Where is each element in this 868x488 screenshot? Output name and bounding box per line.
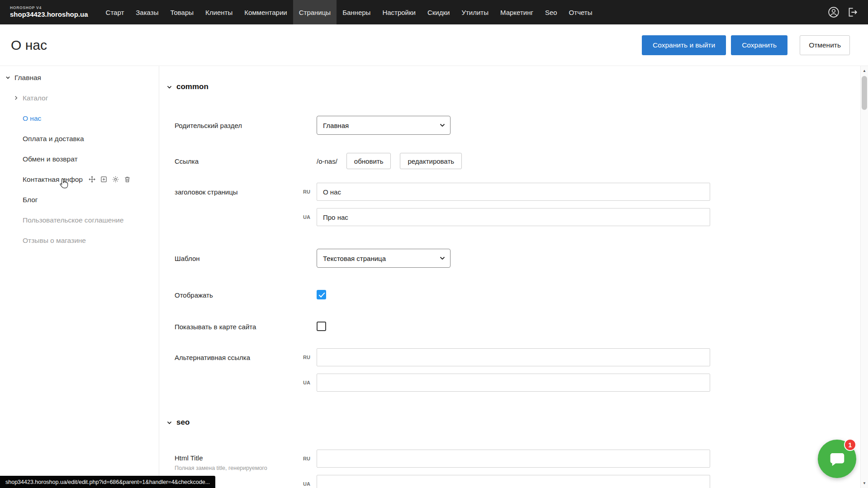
field-label: заголовок страницы — [175, 188, 238, 196]
chat-launcher-button[interactable]: 1 — [818, 440, 856, 478]
field-hint: Полная замена title, генерируемого — [175, 465, 267, 471]
section-common-header[interactable]: common — [166, 82, 209, 91]
sidebar-item-label: Оплата и доставка — [23, 135, 84, 143]
nav-item-orders[interactable]: Заказы — [130, 0, 164, 24]
pages-tree-sidebar: Главная Каталог О нас Оплата и доставка … — [0, 66, 159, 488]
top-navigation-bar: HOROSHOP V4 shop34423.horoshop.ua Старт … — [0, 0, 868, 24]
section-title: seo — [176, 418, 190, 427]
sidebar-item-user-agreement[interactable]: Пользовательское соглашение — [0, 210, 159, 230]
gear-icon[interactable] — [112, 175, 119, 183]
scrollbar-thumb[interactable] — [862, 76, 867, 110]
chevron-down-icon — [166, 420, 172, 426]
html-title-ru-input[interactable] — [317, 450, 710, 468]
chevron-right-icon[interactable] — [13, 95, 19, 101]
scroll-up-button[interactable]: ▲ — [861, 67, 868, 75]
cancel-button[interactable]: Отменить — [800, 35, 850, 55]
field-label: Html Title Полная замена title, генериру… — [175, 454, 267, 471]
alt-link-ua-input[interactable] — [317, 374, 710, 392]
field-label: Альтернативная ссылка — [175, 354, 250, 361]
sidebar-item-exchange-return[interactable]: Обмен и возврат — [0, 149, 159, 169]
scroll-down-button[interactable]: ▼ — [861, 479, 868, 487]
add-page-icon[interactable] — [100, 175, 108, 183]
lang-badge-ru: RU — [299, 355, 314, 360]
app-logo[interactable]: HOROSHOP V4 shop34423.horoshop.ua — [0, 6, 95, 18]
form-row-page-title-ru: заголовок страницы RU — [159, 183, 860, 201]
form-row-html-title-ua: UA — [159, 475, 860, 488]
horoshop-admin-page: HOROSHOP V4 shop34423.horoshop.ua Старт … — [0, 0, 868, 488]
move-icon[interactable] — [88, 175, 96, 183]
lang-badge-ua: UA — [299, 214, 314, 220]
display-checkbox[interactable] — [317, 290, 326, 299]
page-title: О нас — [11, 38, 47, 53]
vertical-scrollbar[interactable]: ▲ ▼ — [860, 66, 868, 488]
sidebar-item-payment-delivery[interactable]: Оплата и доставка — [0, 128, 159, 149]
account-icon[interactable] — [828, 6, 840, 18]
save-exit-button[interactable]: Сохранить и выйти — [642, 35, 726, 55]
form-row-page-title-ua: UA — [159, 208, 860, 226]
logo-version-label: HOROSHOP V4 — [10, 6, 88, 10]
select-value: Текстовая страница — [323, 255, 386, 262]
sidebar-item-label: Пользовательское соглашение — [23, 216, 123, 224]
form-row-html-title-ru: Html Title Полная замена title, генериру… — [159, 450, 860, 468]
template-select[interactable]: Текстовая страница — [317, 249, 451, 268]
sidebar-item-about[interactable]: О нас — [0, 108, 159, 128]
logout-icon[interactable] — [846, 6, 858, 18]
field-label: Отображать — [175, 291, 213, 299]
field-label: Родительский раздел — [175, 122, 242, 129]
trash-icon[interactable] — [123, 175, 131, 183]
chevron-down-icon[interactable] — [5, 74, 11, 81]
sidebar-item-label: Обмен и возврат — [23, 155, 78, 163]
section-seo-header[interactable]: seo — [166, 418, 190, 427]
form-row-alt-link-ru: Альтернативная ссылка RU — [159, 348, 860, 366]
select-value: Главная — [323, 122, 349, 129]
form-row-sitemap: Показывать в карте сайта — [159, 322, 860, 332]
nav-item-seo[interactable]: Seo — [539, 0, 563, 24]
nav-item-marketing[interactable]: Маркетинг — [494, 0, 539, 24]
nav-item-banners[interactable]: Баннеры — [337, 0, 376, 24]
form-row-alt-link-ua: UA — [159, 374, 860, 392]
status-bar-url: shop34423.horoshop.ua/edit/edit.php?id=6… — [0, 476, 215, 488]
topbar-right-controls — [828, 6, 868, 18]
chevron-down-icon — [440, 123, 445, 127]
save-button[interactable]: Сохранить — [731, 35, 787, 55]
field-label: Показывать в карте сайта — [175, 323, 256, 331]
sidebar-item-contact-info[interactable]: Контактная инфор — [0, 169, 159, 190]
sidebar-item-label: Главная — [14, 74, 41, 82]
chat-icon — [828, 450, 846, 468]
chevron-down-icon — [166, 84, 172, 90]
sidebar-item-catalog[interactable]: Каталог — [0, 88, 159, 108]
lang-badge-ua: UA — [299, 481, 314, 487]
nav-item-utilities[interactable]: Утилиты — [455, 0, 494, 24]
lang-badge-ru: RU — [299, 189, 314, 194]
sidebar-item-store-reviews[interactable]: Отзывы о магазине — [0, 230, 159, 251]
nav-item-clients[interactable]: Клиенты — [199, 0, 238, 24]
nav-item-start[interactable]: Старт — [100, 0, 130, 24]
alt-link-ru-input[interactable] — [317, 348, 710, 366]
sidebar-item-label: О нас — [23, 114, 41, 123]
link-path: /o-nas/ — [317, 157, 337, 165]
form-row-parent-section: Родительский раздел Главная — [159, 116, 860, 135]
nav-item-reports[interactable]: Отчеты — [563, 0, 598, 24]
nav-item-products[interactable]: Товары — [164, 0, 199, 24]
nav-item-pages[interactable]: Страницы — [293, 0, 337, 24]
lang-badge-ua: UA — [299, 380, 314, 385]
lang-badge-ru: RU — [299, 456, 314, 461]
nav-item-discounts[interactable]: Скидки — [422, 0, 455, 24]
sitemap-checkbox[interactable] — [317, 322, 326, 331]
html-title-ua-input[interactable] — [317, 475, 710, 488]
sidebar-item-label: Блог — [23, 196, 38, 204]
nav-item-settings[interactable]: Настройки — [376, 0, 422, 24]
sidebar-item-blog[interactable]: Блог — [0, 190, 159, 210]
page-title-ru-input[interactable] — [317, 183, 710, 201]
sidebar-item-label: Каталог — [23, 94, 48, 102]
parent-section-select[interactable]: Главная — [317, 116, 451, 135]
field-label: Шаблон — [175, 255, 200, 262]
field-label: Ссылка — [175, 157, 199, 165]
edit-link-button[interactable]: редактировать — [400, 153, 462, 169]
refresh-link-button[interactable]: обновить — [346, 153, 391, 169]
header-actions: Сохранить и выйти Сохранить Отменить — [642, 35, 868, 55]
chevron-down-icon — [440, 256, 445, 260]
sidebar-item-home[interactable]: Главная — [0, 67, 159, 88]
page-title-ua-input[interactable] — [317, 208, 710, 226]
nav-item-comments[interactable]: Комментарии — [238, 0, 293, 24]
